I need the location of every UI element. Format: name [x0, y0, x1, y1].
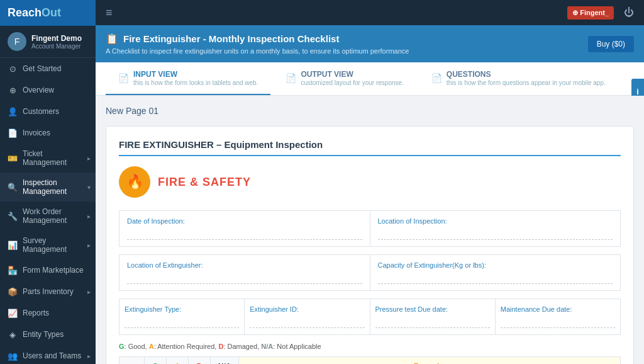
sidebar-item-form-marketplace[interactable]: 🏪 Form Marketplace: [0, 259, 96, 281]
sidebar-item-survey-management[interactable]: 📊 Survey Management ▸: [0, 230, 96, 259]
sidebar-item-invoices[interactable]: 📄 Invoices: [0, 122, 96, 144]
tab-output-content: OUTPUT VIEW customized layout for your r…: [301, 70, 403, 86]
content-area: New Page 01 FIRE EXTINGUISHER – Equipmen…: [96, 96, 644, 364]
table-header-d: D: [189, 357, 211, 365]
tab-questions-icon: 📄: [431, 73, 442, 83]
header-left: 📋 Fire Extinguisher - Monthly Inspection…: [106, 33, 409, 55]
field-capacity: Capacity of Extinguisher(Kg or lbs):: [370, 255, 621, 290]
tab-input-content: INPUT VIEW this is how the form looks in…: [133, 70, 258, 86]
tab-questions-content: QUESTIONS this is how the form questions…: [447, 70, 606, 86]
sidebar-item-users-and-teams[interactable]: 👥 Users and Teams ▸: [0, 345, 96, 364]
menu-icon[interactable]: ≡: [106, 6, 113, 20]
overview-icon: ⊕: [8, 85, 18, 95]
date-inspection-label: Date of Inspection:: [127, 217, 362, 225]
tabs-bar: 📄 INPUT VIEW this is how the form looks …: [96, 62, 644, 96]
page-section-title: New Page 01: [106, 106, 634, 116]
fire-safety-text: FIRE & SAFETY: [158, 176, 251, 189]
sidebar-item-label: Overview: [23, 86, 54, 94]
table-header-g: G: [145, 357, 167, 365]
sidebar-item-label: Ticket Management: [23, 149, 88, 167]
tab-questions-label: QUESTIONS: [447, 70, 491, 79]
field-extinguisher-type: Extinguisher Type:: [119, 299, 245, 334]
tab-output-icon: 📄: [286, 73, 296, 83]
sidebar-item-label: Form Marketplace: [23, 266, 84, 275]
profile-role: Account Manager: [31, 43, 82, 50]
sidebar-logo[interactable]: Reach Out: [0, 0, 96, 26]
legend-na: N/A: [261, 343, 273, 350]
logo-reach: Reach: [8, 6, 42, 20]
brand-logo: ⊕ Fingent_: [567, 6, 614, 20]
table-header-remarks: Remarks: [239, 357, 621, 365]
maintenance-due-label: Maintenance Due date:: [501, 305, 615, 313]
sidebar-item-work-order-management[interactable]: 🔧 Work Order Management ▸: [0, 202, 96, 230]
sidebar-item-entity-types[interactable]: ◈ Entity Types: [0, 324, 96, 345]
form-card: FIRE EXTINGUISHER – Equipment Inspection…: [106, 126, 634, 364]
fire-safety-logo: 🔥 FIRE & SAFETY: [119, 166, 621, 198]
pressure-test-label: Pressure test Due date:: [375, 305, 490, 313]
users-icon: 👥: [8, 351, 18, 361]
sidebar-item-customers[interactable]: 👤 Customers: [0, 101, 96, 122]
topbar: ≡ ⊕ Fingent_ ⏻: [96, 0, 644, 25]
main-content: ≡ ⊕ Fingent_ ⏻ 📋 Fire Extinguisher - Mon…: [96, 0, 644, 364]
page-header: 📋 Fire Extinguisher - Monthly Inspection…: [96, 25, 644, 62]
sidebar-item-label: Entity Types: [23, 330, 64, 339]
table-header-na: N/A: [211, 357, 239, 365]
expand-icon: ▸: [87, 213, 91, 220]
sidebar-item-label: Get Started: [23, 64, 61, 73]
legend-a: A: [149, 343, 154, 350]
sidebar-item-label: Parts Inventory: [23, 287, 74, 296]
tab-output-view[interactable]: 📄 OUTPUT VIEW customized layout for your…: [273, 62, 416, 95]
sidebar-item-label: Work Order Management: [23, 207, 88, 225]
tab-questions-sublabel: this is how the form questions appear in…: [447, 79, 606, 86]
tab-output-sublabel: customized layout for your response.: [301, 79, 403, 86]
sidebar-item-inspection-management[interactable]: 🔍 Inspection Management ▾: [0, 173, 96, 202]
field-extinguisher-id: Extinguisher ID:: [245, 299, 370, 334]
tab-input-label: INPUT VIEW: [133, 70, 177, 79]
customers-icon: 👤: [8, 106, 18, 117]
form-row-1: Date of Inspection: Location of Inspecti…: [119, 210, 621, 247]
profile-name: Fingent Demo: [31, 34, 82, 43]
work-order-icon: 🔧: [8, 211, 18, 221]
extinguisher-id-label: Extinguisher ID:: [250, 305, 364, 313]
header-description: A Checklist to inspect fire extinguisher…: [106, 47, 409, 55]
sidebar-item-get-started[interactable]: ⊙ Get Started: [0, 58, 96, 79]
reports-icon: 📈: [8, 308, 18, 318]
entity-icon: ◈: [8, 329, 18, 339]
sidebar: Reach Out F Fingent Demo Account Manager…: [0, 0, 96, 364]
sidebar-item-parts-inventory[interactable]: 📦 Parts Inventory ▸: [0, 281, 96, 302]
sidebar-nav: ⊙ Get Started ⊕ Overview 👤 Customers 📄 I…: [0, 58, 96, 364]
form-section-heading: FIRE EXTINGUISHER – Equipment Inspection: [119, 139, 621, 156]
form-row-2: Location of Extinguisher: Capacity of Ex…: [119, 254, 621, 291]
fire-logo-circle: 🔥: [119, 166, 150, 198]
tab-input-sublabel: this is how the form looks in tablets an…: [133, 79, 258, 86]
field-location-extinguisher: Location of Extinguisher:: [119, 255, 370, 290]
tab-doc-icon: 📄: [118, 73, 129, 83]
location-inspection-line: [378, 230, 613, 240]
sidebar-item-ticket-management[interactable]: 🎫 Ticket Management ▸: [0, 144, 96, 173]
extinguisher-type-label: Extinguisher Type:: [125, 305, 239, 313]
tab-questions[interactable]: 📄 QUESTIONS this is how the form questio…: [419, 62, 618, 95]
pressure-test-line: [375, 318, 490, 328]
sidebar-profile: F Fingent Demo Account Manager: [0, 26, 96, 58]
table-header-desc: [119, 357, 145, 365]
legend-d: D: [218, 343, 223, 350]
capacity-line: [378, 274, 613, 284]
tab-input-view[interactable]: 📄 INPUT VIEW this is how the form looks …: [106, 62, 270, 95]
sidebar-item-overview[interactable]: ⊕ Overview: [0, 79, 96, 101]
page-title: 📋 Fire Extinguisher - Monthly Inspection…: [106, 33, 339, 45]
sidebar-item-label: Inspection Management: [23, 178, 88, 196]
sidebar-item-label: Reports: [23, 309, 49, 317]
parts-icon: 📦: [8, 287, 18, 297]
fire-icon: 🔥: [126, 174, 143, 190]
inspection-icon: 🔍: [8, 182, 18, 192]
sidebar-item-reports[interactable]: 📈 Reports: [0, 302, 96, 324]
location-extinguisher-label: Location of Extinguisher:: [127, 261, 362, 269]
survey-icon: 📊: [8, 240, 18, 250]
buy-button[interactable]: Buy ($0): [588, 36, 634, 52]
power-icon[interactable]: ⏻: [624, 7, 634, 18]
legend: G: Good, A: Attention Required, D: Damag…: [119, 343, 621, 350]
header-title-text: Fire Extinguisher - Monthly Inspection C…: [123, 33, 339, 44]
location-inspection-label: Location of Inspection:: [378, 217, 613, 225]
get-started-icon: ⊙: [8, 64, 18, 74]
sidebar-item-label: Customers: [23, 107, 59, 116]
